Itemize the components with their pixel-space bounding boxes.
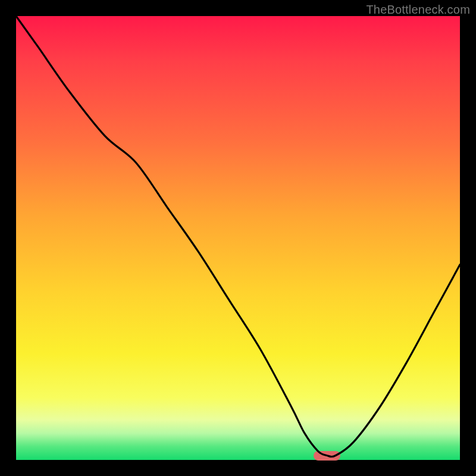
bottleneck-curve bbox=[16, 16, 460, 460]
plot-area bbox=[16, 16, 460, 460]
chart-frame: TheBottleneck.com bbox=[0, 0, 476, 476]
watermark-text: TheBottleneck.com bbox=[366, 3, 470, 17]
